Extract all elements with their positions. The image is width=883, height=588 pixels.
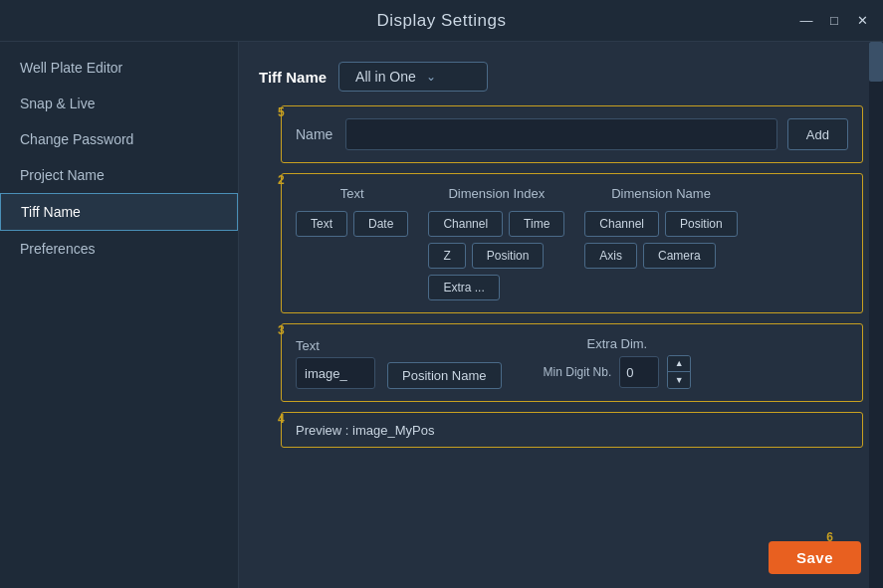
tiff-name-value: All in One [355, 69, 416, 85]
section5-number: 5 [278, 105, 285, 119]
save-button[interactable]: Save [769, 541, 861, 574]
window-title: Display Settings [377, 11, 507, 31]
extra-dim-group: Extra Dim. Min Digit Nb. ▲ ▼ [544, 336, 692, 389]
sidebar-item-project-name[interactable]: Project Name [0, 157, 238, 193]
sections-wrapper: 5 Name Add 2 Text Text Date [259, 105, 863, 448]
text-col: Text [296, 338, 375, 389]
section2-grid: Text Text Date Dimension Index Channel T… [296, 186, 848, 300]
section2-box: 2 Text Text Date Dimension Index [281, 173, 863, 313]
extra-dim-label: Extra Dim. [544, 336, 692, 351]
content-area: Tiff Name All in One ⌄ 5 Name Add 2 [239, 42, 883, 588]
time-button[interactable]: Time [509, 211, 564, 237]
section3-box: 3 Text Position Name Extra Dim. Min Digi… [281, 323, 863, 402]
tiff-name-row: Tiff Name All in One ⌄ [259, 62, 863, 92]
minimize-button[interactable]: — [797, 12, 815, 30]
scrollbar[interactable] [869, 42, 883, 588]
dimension-index-group: Dimension Index Channel Time Z Position … [428, 186, 564, 300]
channel-index-button[interactable]: Channel [428, 211, 503, 237]
digit-input[interactable] [619, 356, 659, 388]
text-field[interactable] [296, 357, 375, 389]
dim-index-row3: Extra ... [428, 275, 499, 300]
min-digit-label: Min Digit Nb. [544, 365, 612, 379]
title-bar: Display Settings — □ ✕ [0, 0, 883, 42]
axis-button[interactable]: Axis [584, 243, 637, 269]
name-input[interactable] [345, 118, 777, 150]
add-button[interactable]: Add [787, 118, 848, 150]
camera-button[interactable]: Camera [643, 243, 716, 269]
section5-row: Name Add [296, 118, 848, 150]
dimension-index-label: Dimension Index [428, 186, 564, 201]
sidebar: Well Plate Editor Snap & Live Change Pas… [0, 42, 239, 588]
spin-down-button[interactable]: ▼ [668, 372, 690, 388]
dim-name-row2: Axis Camera [584, 243, 715, 269]
sidebar-item-preferences[interactable]: Preferences [0, 231, 238, 267]
dimension-name-group: Dimension Name Channel Position Axis Cam… [584, 186, 737, 269]
spin-up-button[interactable]: ▲ [668, 356, 690, 372]
section6-number: 6 [826, 530, 833, 544]
text-group-label: Text [296, 186, 408, 201]
close-button[interactable]: ✕ [853, 12, 871, 30]
channel-name-button[interactable]: Channel [584, 211, 659, 237]
section4-box: 4 Preview : image_MyPos [281, 412, 863, 448]
position-name-button[interactable]: Position [665, 211, 738, 237]
extra-button[interactable]: Extra ... [428, 275, 499, 300]
tiff-name-label: Tiff Name [259, 69, 327, 86]
main-layout: Well Plate Editor Snap & Live Change Pas… [0, 42, 883, 588]
spin-buttons: ▲ ▼ [667, 355, 691, 389]
position-name-tag[interactable]: Position Name [387, 362, 502, 389]
window-controls: — □ ✕ [797, 12, 871, 30]
name-label: Name [296, 126, 335, 142]
sidebar-item-well-plate-editor[interactable]: Well Plate Editor [0, 50, 238, 86]
maximize-button[interactable]: □ [825, 12, 843, 30]
section3-row: Text Position Name Extra Dim. Min Digit … [296, 336, 848, 389]
dim-index-row1: Channel Time [428, 211, 564, 237]
sidebar-item-tiff-name[interactable]: Tiff Name [0, 193, 238, 231]
extra-dim-row: Min Digit Nb. ▲ ▼ [544, 355, 692, 389]
dim-index-row2: Z Position [428, 243, 544, 269]
sidebar-item-snap-live[interactable]: Snap & Live [0, 86, 238, 121]
preview-text: Preview : image_MyPos [296, 423, 434, 438]
text-btn-row: Text Date [296, 211, 408, 237]
tiff-name-dropdown[interactable]: All in One ⌄ [338, 62, 488, 92]
dimension-name-label: Dimension Name [584, 186, 737, 201]
scrollbar-thumb[interactable] [869, 42, 883, 82]
section4-number: 4 [278, 412, 285, 426]
position-index-button[interactable]: Position [472, 243, 545, 269]
text-col-label: Text [296, 338, 375, 353]
date-button[interactable]: Date [353, 211, 408, 237]
z-button[interactable]: Z [428, 243, 465, 269]
section2-number: 2 [278, 173, 285, 187]
text-group: Text Text Date [296, 186, 408, 237]
chevron-down-icon: ⌄ [426, 70, 436, 84]
section3-number: 3 [278, 323, 285, 337]
text-button[interactable]: Text [296, 211, 347, 237]
section5-box: 5 Name Add [281, 105, 863, 163]
sidebar-item-change-password[interactable]: Change Password [0, 121, 238, 157]
dim-name-row1: Channel Position [584, 211, 737, 237]
